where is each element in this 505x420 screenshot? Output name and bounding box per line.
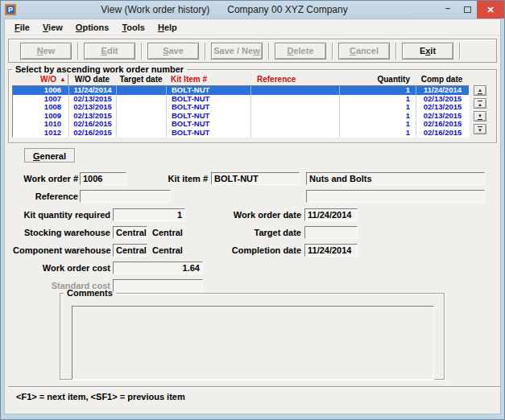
stocking-warehouse-description: Central (152, 226, 183, 239)
maximize-button[interactable] (457, 1, 477, 19)
column-header-wo-date: W/O date (68, 74, 116, 84)
toolbar-separator (141, 43, 142, 60)
component-warehouse-description: Central (152, 244, 183, 257)
completion-date-field[interactable]: 11/24/2014 (304, 244, 358, 257)
reference-description-field[interactable] (306, 190, 485, 203)
toolbar: New Edit Save Save / New Delete Cancel E… (8, 39, 497, 63)
work-order-list-groupbox: Select by ascending work order number W/… (8, 64, 497, 143)
toolbar-separator (268, 43, 269, 60)
work-order-cost-label: Work order cost (13, 261, 110, 274)
table-row[interactable]: 101202/16/2015BOLT-NUT102/16/2015 (13, 129, 469, 138)
column-header-reference[interactable]: Reference (250, 74, 339, 84)
new-button[interactable]: New (20, 43, 72, 60)
component-warehouse-label: Component warehouse (13, 244, 110, 257)
column-header-quantity: Quantity (339, 74, 416, 84)
table-row[interactable]: 100802/13/2015BOLT-NUT102/13/2015 (13, 103, 469, 112)
tab-general[interactable]: General (24, 148, 75, 163)
comments-groupbox: Comments (60, 288, 445, 380)
kit-quantity-label: Kit quantity required (13, 208, 110, 221)
status-hint: <F1> = next item, <SF1> = previous item (16, 392, 185, 401)
kit-item-description-field[interactable]: Nuts and Bolts (306, 172, 485, 185)
scroll-page-down-button[interactable]: ▼ (474, 111, 486, 121)
scroll-row-down-button[interactable]: ▼ (474, 124, 486, 134)
target-date-label: Target date (222, 226, 301, 239)
work-order-label: Work order # (13, 172, 78, 185)
minimize-button[interactable]: – (438, 1, 457, 19)
page-up-icon: ▲ (478, 101, 482, 107)
row-down-icon: ▼ (478, 126, 482, 133)
toolbar-separator (395, 43, 396, 60)
target-date-field[interactable] (304, 226, 358, 239)
work-order-cost-field[interactable]: 1.64 (113, 261, 203, 274)
toolbar-separator (205, 43, 205, 60)
close-icon: ✕ (486, 5, 494, 15)
app-window: P View (Work order history)Company 00 XY… (0, 0, 505, 420)
window-body: File View Options Tools Help New Edit Sa… (4, 19, 501, 414)
component-warehouse-field[interactable]: Central (113, 244, 147, 257)
grid-header: W/O▲ W/O date Target date Kit Item # Ref… (12, 74, 468, 84)
groupbox-legend: Select by ascending work order number (12, 64, 187, 74)
stocking-warehouse-field[interactable]: Central (113, 226, 147, 239)
toolbar-separator (459, 43, 460, 60)
sort-ascending-icon: ▲ (60, 74, 66, 84)
grid-scroll-buttons: ▲ ▲ ▼ ▼ (474, 85, 486, 134)
cancel-button[interactable]: Cancel (338, 43, 390, 60)
column-header-kit-item[interactable]: Kit Item # (166, 74, 250, 84)
maximize-icon (464, 6, 471, 13)
column-header-target-date: Target date (116, 74, 166, 84)
table-row[interactable]: 100611/24/2014BOLT-NUT111/24/2014 (13, 86, 469, 95)
close-button[interactable]: ✕ (477, 1, 504, 19)
scroll-page-up-button[interactable]: ▲ (474, 98, 486, 109)
comments-legend: Comments (64, 288, 116, 298)
menu-tools[interactable]: Tools (115, 21, 151, 34)
work-order-date-field[interactable]: 11/24/2014 (304, 208, 358, 221)
reference-field[interactable] (80, 190, 171, 203)
kit-quantity-field[interactable]: 1 (113, 208, 185, 221)
window-title-company: Company 00 XYZ Company (227, 4, 347, 15)
save-button[interactable]: Save (147, 43, 199, 60)
table-row[interactable]: 100902/13/2015BOLT-NUT102/13/2015 (13, 112, 469, 121)
delete-button[interactable]: Delete (275, 43, 326, 60)
menu-view[interactable]: View (36, 21, 69, 34)
completion-date-label: Completion date (222, 244, 301, 257)
status-divider (8, 386, 500, 388)
window-title-primary: View (Work order history) (101, 4, 209, 15)
work-order-table: 100611/24/2014BOLT-NUT111/24/2014 100702… (12, 85, 470, 138)
menu-bar: File View Options Tools Help (5, 19, 500, 35)
exit-button[interactable]: Exit (402, 43, 453, 60)
page-down-icon: ▼ (478, 113, 482, 120)
minimize-icon: – (445, 3, 450, 13)
menu-file[interactable]: File (8, 21, 36, 34)
toolbar-separator (77, 43, 78, 60)
menu-help[interactable]: Help (151, 21, 184, 34)
work-order-field[interactable]: 1006 (80, 172, 126, 185)
column-header-wo[interactable]: W/O▲ (12, 74, 68, 84)
comments-textarea[interactable] (72, 306, 434, 380)
table-row[interactable]: 101002/16/2015BOLT-NUT102/16/2015 (13, 120, 469, 129)
kit-item-label: Kit item # (150, 172, 208, 185)
edit-button[interactable]: Edit (84, 43, 135, 60)
stocking-warehouse-label: Stocking warehouse (13, 226, 110, 239)
row-up-icon: ▲ (478, 88, 482, 94)
table-row[interactable]: 100702/13/2015BOLT-NUT102/13/2015 (13, 95, 469, 104)
menu-options[interactable]: Options (69, 21, 116, 34)
title-bar: P View (Work order history)Company 00 XY… (1, 1, 504, 19)
kit-item-field[interactable]: BOLT-NUT (211, 172, 300, 185)
work-order-date-label: Work order date (222, 208, 301, 221)
save-new-button[interactable]: Save / New (211, 43, 263, 60)
scroll-row-up-button[interactable]: ▲ (474, 85, 486, 96)
toolbar-separator (332, 43, 333, 60)
window-title: View (Work order history)Company 00 XYZ … (1, 4, 448, 15)
reference-label: Reference (29, 190, 78, 203)
column-header-comp-date: Comp date (416, 74, 468, 84)
